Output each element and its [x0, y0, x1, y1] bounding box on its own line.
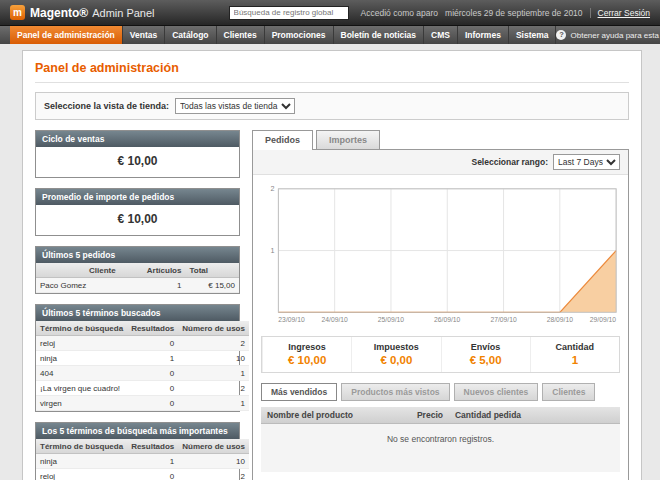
chart-area: 1223/09/1024/09/1025/09/1026/09/1027/09/…: [253, 175, 628, 328]
top-header: m Magento® Admin Panel Accedió como apar…: [0, 0, 660, 26]
cell-customer: Paco Gomez: [36, 278, 120, 293]
table-row[interactable]: Paco Gomez 1 € 15,00: [36, 278, 239, 293]
chart-tabs: Pedidos Importes: [252, 130, 629, 149]
global-search-input[interactable]: [229, 6, 349, 20]
nav-item-label: Boletín de noticias: [341, 30, 417, 40]
magento-logo-icon: m: [10, 5, 25, 20]
stat: Ingresos € 10,00: [262, 337, 351, 372]
logged-in-text: Accedió como aparo: [361, 8, 439, 18]
help-label: Obtener ayuda para esta página: [570, 31, 660, 40]
logo: m Magento® Admin Panel: [10, 5, 155, 20]
chart-tab-label: Pedidos: [265, 135, 300, 145]
nav-item-label: CMS: [431, 30, 450, 40]
dashboard-tab[interactable]: Nuevos clientes: [454, 383, 539, 401]
table-row[interactable]: 404 0 1: [36, 366, 249, 381]
dashboard-tab[interactable]: Más vendidos: [261, 383, 337, 401]
table-row[interactable]: reloj 0 2: [36, 336, 249, 351]
nav-item[interactable]: Sistema: [509, 26, 557, 44]
table-header-row: Nombre del productoPrecioCantidad pedida: [261, 407, 620, 424]
brand-subtext: Admin Panel: [92, 7, 154, 19]
nav-item-label: Informes: [465, 30, 501, 40]
svg-text:29/09/10: 29/09/10: [590, 316, 617, 323]
cell-term: reloj: [36, 336, 127, 351]
nav-item-label: Panel de administración: [17, 30, 115, 40]
help-link[interactable]: ? Obtener ayuda para esta página: [556, 26, 660, 44]
svg-text:25/09/10: 25/09/10: [378, 316, 405, 323]
store-view-switcher: Seleccione la vista de tienda: Todas las…: [35, 92, 629, 120]
stat: Envíos € 5,00: [441, 337, 530, 372]
cell-uses: 1: [178, 366, 249, 381]
cell-results: 0: [127, 396, 178, 411]
cell-uses: 10: [178, 454, 249, 469]
svg-text:24/09/10: 24/09/10: [322, 316, 349, 323]
nav-item[interactable]: Clientes: [217, 26, 265, 44]
svg-text:23/09/10: 23/09/10: [278, 316, 305, 323]
top-search-terms-panel: Los 5 términos de búsqueda más important…: [35, 422, 240, 480]
column-header: Resultados: [127, 321, 178, 336]
cell-results: 0: [127, 469, 178, 480]
column-header: Término de búsqueda: [36, 321, 127, 336]
nav-item-label: Ventas: [130, 30, 157, 40]
orders-chart: 1223/09/1024/09/1025/09/1026/09/1027/09/…: [261, 183, 620, 328]
table-row[interactable]: ninja 1 10: [36, 454, 249, 469]
dashboard-tab-label: Nuevos clientes: [464, 387, 529, 397]
column-header: Cliente: [36, 263, 120, 278]
dashboard-tab[interactable]: Productos más vistos: [341, 383, 449, 401]
panel-title: Los 5 términos de búsqueda más important…: [36, 423, 239, 439]
svg-text:27/09/10: 27/09/10: [490, 316, 517, 323]
column-header: Término de búsqueda: [36, 439, 127, 454]
nav-item[interactable]: Catálogo: [165, 26, 216, 44]
table-row[interactable]: ¡La virgen que cuadro! 0 2: [36, 381, 249, 396]
cell-uses: 1: [178, 396, 249, 411]
content-box: Panel de administración Seleccione la vi…: [22, 50, 642, 480]
header-date: miércoles 29 de septiembre de 2010: [445, 8, 583, 18]
column-header: Nombre del producto: [261, 407, 359, 424]
dashboard-bottom-tabs: Más vendidos Productos más vistos Nuevos…: [261, 383, 620, 401]
help-icon: ?: [556, 30, 566, 40]
nav-item[interactable]: Boletín de noticias: [334, 26, 425, 44]
average-orders-value: € 10,00: [36, 205, 239, 235]
nav-item[interactable]: CMS: [424, 26, 458, 44]
content-wrap: Panel de administración Seleccione la vi…: [0, 44, 660, 480]
column-header: Cantidad pedida: [449, 407, 620, 424]
nav-item[interactable]: Promociones: [265, 26, 334, 44]
nav-item[interactable]: Panel de administración: [10, 26, 123, 44]
logout-link[interactable]: Cerrar Sesión: [590, 8, 650, 18]
cell-results: 0: [127, 336, 178, 351]
nav-item-label: Sistema: [516, 30, 549, 40]
stat-value: € 0,00: [352, 354, 440, 366]
nav-item-label: Promociones: [272, 30, 326, 40]
range-select[interactable]: Last 7 Days: [553, 154, 620, 170]
nav-item[interactable]: Informes: [458, 26, 509, 44]
right-column: Pedidos Importes Seleccionar rango: Last…: [252, 130, 629, 480]
stat-value: 1: [531, 354, 619, 366]
nav-item[interactable]: Ventas: [123, 26, 165, 44]
cell-uses: 10: [178, 351, 249, 366]
nav-item-label: Clientes: [224, 30, 257, 40]
brand-text: Magento®: [30, 6, 88, 20]
table-row[interactable]: reloj 0 2: [36, 469, 249, 480]
store-view-label: Seleccione la vista de tienda:: [44, 101, 169, 111]
cell-term: virgen: [36, 396, 127, 411]
last-orders-table: ClienteArtículosTotal Paco Gomez 1 € 15,…: [36, 263, 239, 293]
chart-tab[interactable]: Pedidos: [252, 130, 313, 150]
svg-text:2: 2: [271, 184, 275, 193]
stat-label: Cantidad: [531, 342, 619, 352]
nav-list: Panel de administración Ventas Catálogo …: [10, 26, 556, 44]
panel-title: Ciclo de ventas: [36, 131, 239, 147]
stat-label: Envíos: [442, 342, 530, 352]
table-row[interactable]: virgen 0 1: [36, 396, 249, 411]
products-table: Nombre del productoPrecioCantidad pedida…: [261, 407, 620, 472]
store-view-select[interactable]: Todas las vistas de tienda: [175, 98, 295, 114]
table-row[interactable]: ninja 1 10: [36, 351, 249, 366]
dashboard-tab[interactable]: Clientes: [542, 383, 595, 401]
cell-term: ninja: [36, 454, 127, 469]
cell-results: 0: [127, 381, 178, 396]
lifetime-sales-value: € 10,00: [36, 147, 239, 177]
last-search-terms-panel: Últimos 5 términos buscados Término de b…: [35, 304, 240, 412]
range-bar: Seleccionar rango: Last 7 Days: [253, 150, 628, 175]
cell-term: ¡La virgen que cuadro!: [36, 381, 127, 396]
svg-text:26/09/10: 26/09/10: [434, 316, 461, 323]
chart-tab[interactable]: Importes: [316, 130, 380, 149]
totals-bar: Ingresos € 10,00 Impuestos € 0,00 Envíos: [261, 336, 620, 373]
